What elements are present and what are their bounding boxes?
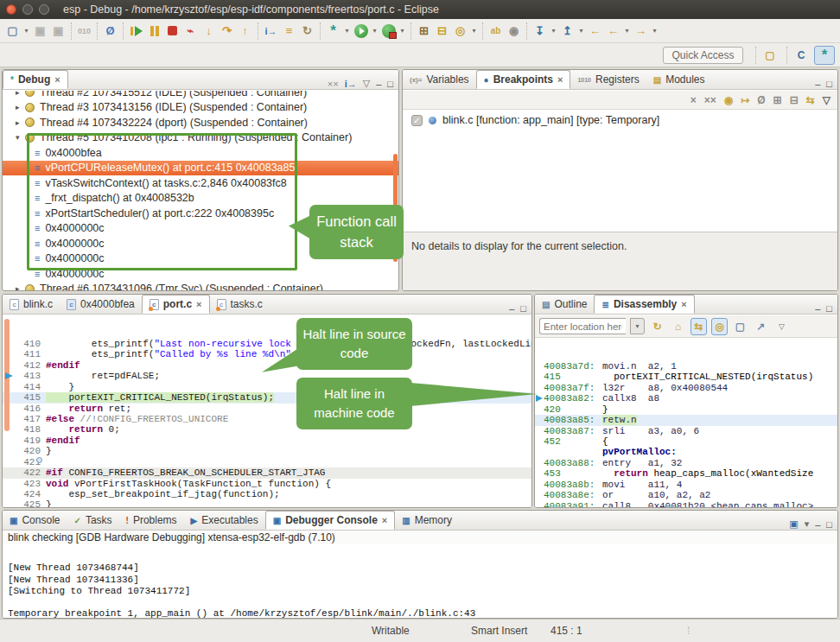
terminate-icon[interactable] [163, 22, 181, 41]
tree-expand-icon[interactable]: ▸ [16, 284, 25, 290]
disassembly-line[interactable]: 40083a88:entry a1, 32 [535, 458, 837, 468]
debug-tree-stack-frame[interactable]: ≡vTaskSwitchContext() at tasks.c:2,846 0… [3, 175, 398, 191]
view-menu-icon[interactable]: ▽ [363, 78, 370, 89]
maximize-icon[interactable]: □ [826, 303, 832, 314]
remove-all-breakpoints-icon[interactable]: ×× [704, 94, 716, 106]
window-close-button[interactable] [6, 4, 16, 15]
binary-icon[interactable]: 010 [75, 22, 93, 41]
tab-executables[interactable]: ▶ Executables [184, 511, 265, 530]
link-with-debug-icon[interactable]: ⇆ [806, 94, 815, 106]
code-line[interactable]: 425} [3, 499, 531, 507]
disassembly-line[interactable]: 452{ [535, 436, 837, 447]
build-settings-icon[interactable]: ◉ [505, 22, 523, 41]
quick-access-button[interactable]: Quick Access [663, 47, 743, 64]
tab-registers[interactable]: 1010 Registers [570, 70, 646, 89]
step-filters-icon[interactable]: ≡ [280, 22, 298, 41]
save-all-icon[interactable]: ▣ [49, 22, 67, 41]
last-edit-location-icon[interactable]: ↧ [531, 22, 549, 41]
tab-breakpoints[interactable]: ● Breakpoints × [476, 70, 571, 89]
debug-perspective-icon[interactable]: * [814, 46, 835, 65]
forward-dropdown-icon[interactable]: ▾ [650, 22, 659, 41]
show-supported-breakpoints-icon[interactable]: ◉ [724, 94, 733, 106]
annotation-dropdown-icon[interactable]: ▾ [576, 22, 586, 41]
external-tools-dropdown-icon[interactable]: ▾ [398, 22, 407, 41]
step-return-icon[interactable]: ↑ [236, 22, 254, 41]
new-dropdown-icon[interactable]: ▾ [22, 22, 31, 41]
tab-close-icon[interactable]: × [196, 299, 201, 309]
step-over-icon[interactable]: ↷ [218, 22, 236, 41]
disassembly-line[interactable]: 453 return heap_caps_malloc(xWantedSize [535, 468, 837, 479]
mark-occurrences-icon[interactable]: ab [487, 22, 505, 41]
tab-blink-c[interactable]: c blink.c [3, 295, 60, 314]
skip-all-icon[interactable]: Ø [757, 94, 765, 106]
disassembly-line[interactable]: 40083a7f:l32r a8, 0x40080544 [535, 383, 837, 393]
maximize-icon[interactable]: □ [826, 79, 832, 89]
tab-0x4000bfea[interactable]: c 0x4000bfea [60, 295, 142, 314]
code-line[interactable]: 421 [3, 457, 531, 467]
minimize-icon[interactable]: – [376, 79, 381, 89]
disassembly-line[interactable]: 40083a8e:or a10, a2, a2 [535, 490, 837, 500]
trace-icon[interactable]: ↻ [298, 22, 316, 41]
tab-close-icon[interactable]: × [681, 299, 686, 309]
maximize-icon[interactable]: □ [387, 79, 393, 89]
previous-annotation-icon[interactable]: ↥ [558, 22, 576, 41]
debug-tree-thread[interactable]: ▾Thread #5 1073410208 (ipc1 : Running) (… [3, 130, 398, 146]
debug-dropdown-icon[interactable]: ▾ [342, 22, 352, 41]
pin-view-icon[interactable]: ↗ [753, 318, 769, 335]
tab-memory[interactable]: ▥ Memory [395, 511, 459, 530]
maximize-icon[interactable]: □ [520, 303, 526, 314]
new-icon[interactable]: ▢ [3, 22, 22, 41]
remove-breakpoint-icon[interactable]: × [690, 94, 697, 106]
disconnect-icon[interactable]: ⌁ [181, 22, 200, 41]
home-icon[interactable]: ⌂ [670, 318, 686, 335]
run-icon[interactable] [352, 22, 370, 41]
search-icon[interactable]: ◎ [451, 22, 469, 41]
instruction-stepping-mode-icon[interactable]: i→ [345, 79, 357, 89]
tree-expand-icon[interactable]: ▾ [16, 133, 25, 142]
location-input[interactable] [539, 318, 626, 334]
resume-icon[interactable] [127, 22, 145, 41]
tab-disassembly[interactable]: ≣ Disassembly × [594, 295, 694, 314]
debug-tree-stack-frame[interactable]: ≡0x4000000c [3, 266, 398, 282]
code-line[interactable]: 417#else //!CONFIG_FREERTOS_UNICORE [3, 414, 531, 424]
tab-port-c[interactable]: c port.c × [142, 295, 210, 314]
tab-close-icon[interactable]: × [382, 515, 387, 525]
disassembly-line[interactable]: 40083a87:srli a3, a0, 6 [535, 426, 837, 436]
tab-console[interactable]: ▣ Console [3, 511, 67, 530]
c-cpp-perspective-icon[interactable]: C [791, 46, 811, 65]
minimize-icon[interactable]: – [815, 519, 820, 530]
instruction-stepping-icon[interactable]: i→ [262, 22, 280, 41]
view-menu-icon[interactable]: ▽ [823, 94, 830, 106]
window-minimize-button[interactable] [22, 4, 33, 15]
disassembly-line[interactable]: 40083a8b:movi a11, 4 [535, 480, 837, 490]
breakpoint-row[interactable]: ✓ blink.c [function: app_main] [type: Te… [403, 110, 837, 126]
new-project-icon[interactable]: ⊞ [415, 22, 433, 41]
step-into-icon[interactable]: ↓ [200, 22, 218, 41]
disassembly-line[interactable]: 420} [535, 404, 837, 415]
skip-all-breakpoints-icon[interactable]: Ø [101, 22, 119, 41]
tree-expand-icon[interactable]: ▸ [16, 103, 25, 111]
last-edit-dropdown-icon[interactable]: ▾ [549, 22, 558, 41]
new-view-icon[interactable]: ▢ [732, 318, 748, 335]
refresh-icon[interactable]: ↻ [649, 318, 665, 335]
debug-tree-thread[interactable]: ▸Thread #2 1073415512 (IDLE) (Suspended … [3, 91, 398, 100]
code-line[interactable]: 420} [3, 446, 531, 456]
tree-expand-icon[interactable]: ▸ [16, 91, 25, 97]
track-expression-icon[interactable]: ◎ [711, 318, 728, 335]
debug-tree-thread[interactable]: ▸Thread #6 1073431096 (Tmr Svc) (Suspend… [3, 282, 398, 291]
code-line[interactable]: 423void vPortFirstTaskHook(TaskFunction_… [3, 479, 531, 489]
tab-debugger-console[interactable]: ▣ Debugger Console × [265, 511, 396, 530]
source-editor[interactable]: 410 ets_printf("Last non-recursive lock … [3, 315, 531, 507]
tab-close-icon[interactable]: × [54, 74, 60, 85]
debug-tree-thread[interactable]: ▸Thread #3 1073413156 (IDLE) (Suspended … [3, 100, 398, 116]
maximize-icon[interactable]: □ [826, 519, 832, 530]
view-menu-icon[interactable]: ▽ [773, 318, 790, 335]
search-dropdown-icon[interactable]: ▾ [469, 22, 479, 41]
save-icon[interactable]: ▣ [31, 22, 49, 41]
tab-close-icon[interactable]: × [557, 74, 563, 85]
run-dropdown-icon[interactable]: ▾ [370, 22, 379, 41]
tab-debug[interactable]: * Debug × [3, 70, 68, 89]
code-line[interactable]: 410 ets_printf("Last non-recursive lock … [3, 339, 531, 349]
open-element-icon[interactable]: ⊟ [433, 22, 451, 41]
external-tools-icon[interactable] [379, 22, 398, 41]
